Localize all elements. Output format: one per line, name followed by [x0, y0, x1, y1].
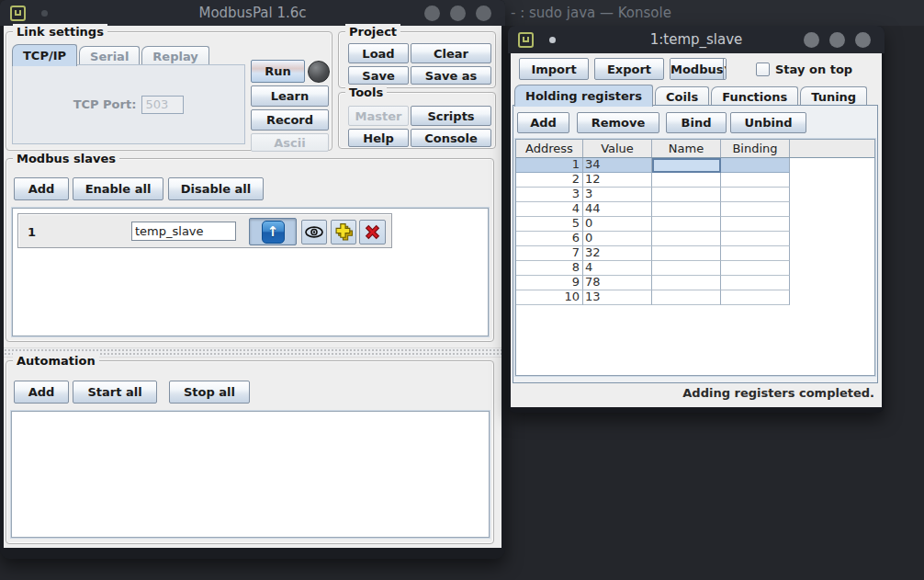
register-cell[interactable]	[721, 188, 790, 202]
column-header[interactable]: Name	[652, 140, 721, 157]
register-cell[interactable]: 7	[516, 246, 583, 261]
register-cell[interactable]: 1	[516, 158, 583, 173]
record-button[interactable]: Record	[251, 109, 329, 131]
learn-button[interactable]: Learn	[251, 85, 329, 107]
add-slave-button[interactable]: Add	[14, 177, 69, 200]
register-row[interactable]: 134	[516, 158, 874, 173]
register-cell[interactable]: 10	[516, 290, 583, 305]
register-cell[interactable]	[652, 158, 721, 173]
konsole-titlebar[interactable]: - : sudo java — Konsole	[496, 0, 924, 26]
register-cell[interactable]: 0	[583, 232, 652, 246]
tab-tcpip[interactable]: TCP/IP	[12, 44, 77, 66]
register-cell[interactable]	[652, 217, 721, 232]
load-button[interactable]: Load	[348, 43, 409, 63]
register-cell[interactable]: 4	[516, 202, 583, 217]
remove-register-button[interactable]: Remove	[577, 112, 659, 133]
register-cell[interactable]	[652, 246, 721, 261]
console-button[interactable]: Console	[411, 129, 491, 147]
register-cell[interactable]: 44	[583, 202, 652, 217]
register-row[interactable]: 33	[516, 188, 874, 202]
register-cell[interactable]	[652, 276, 721, 290]
enable-all-button[interactable]: Enable all	[73, 177, 163, 200]
export-button[interactable]: Export	[594, 58, 664, 80]
tab-tuning[interactable]: Tuning	[800, 86, 867, 106]
register-cell[interactable]	[652, 188, 721, 202]
register-cell[interactable]: 4	[583, 261, 652, 276]
unbind-button[interactable]: Unbind	[730, 112, 806, 133]
add-register-button[interactable]: Add	[517, 112, 569, 133]
register-cell[interactable]	[652, 261, 721, 276]
register-cell[interactable]	[721, 173, 790, 188]
column-header[interactable]: Binding	[721, 140, 790, 157]
column-header[interactable]: Value	[583, 140, 652, 157]
register-cell[interactable]: 2	[516, 173, 583, 188]
register-cell[interactable]: 3	[516, 188, 583, 202]
clear-button[interactable]: Clear	[411, 43, 491, 63]
window-maximize-icon[interactable]	[450, 6, 466, 21]
tab-replay[interactable]: Replay	[141, 46, 208, 65]
window-close-icon[interactable]	[855, 32, 871, 48]
register-cell[interactable]: 13	[583, 290, 652, 305]
register-row[interactable]: 212	[516, 173, 874, 188]
save-button[interactable]: Save	[348, 66, 409, 85]
tab-serial[interactable]: Serial	[79, 46, 140, 65]
tcp-port-input[interactable]	[141, 96, 184, 114]
register-cell[interactable]	[721, 246, 790, 261]
register-cell[interactable]	[652, 173, 721, 188]
save-as-button[interactable]: Save as	[411, 66, 491, 85]
stop-all-button[interactable]: Stop all	[169, 381, 250, 404]
disable-all-button[interactable]: Disable all	[168, 177, 264, 200]
window-minimize-icon[interactable]	[424, 6, 440, 21]
scripts-button[interactable]: Scripts	[411, 106, 491, 126]
register-cell[interactable]	[721, 232, 790, 246]
show-slave-button[interactable]	[301, 220, 327, 245]
register-cell[interactable]	[721, 290, 790, 305]
window-close-icon[interactable]	[476, 6, 491, 21]
help-button[interactable]: Help	[348, 129, 409, 147]
register-cell[interactable]: 34	[583, 158, 652, 173]
slave-row[interactable]: 1 ↑	[17, 213, 392, 248]
register-cell[interactable]: 3	[583, 188, 652, 202]
tab-holding-registers[interactable]: Holding registers	[514, 85, 653, 107]
registers-scrollpane[interactable]: Address Value Name Binding 1342123344450…	[515, 139, 875, 376]
window-maximize-icon[interactable]	[829, 32, 845, 48]
register-cell[interactable]	[721, 217, 790, 232]
temp-slave-titlebar[interactable]: 1:temp_slave	[508, 26, 885, 53]
register-row[interactable]: 84	[516, 261, 874, 276]
column-header[interactable]: Address	[516, 140, 583, 157]
tab-coils[interactable]: Coils	[655, 86, 709, 106]
add-automation-button[interactable]: Add	[14, 381, 69, 404]
chevron-down-icon[interactable]: ▼	[723, 59, 727, 79]
stay-on-top-checkbox[interactable]	[756, 63, 770, 76]
register-cell[interactable]: 12	[583, 173, 652, 188]
slave-enable-toggle[interactable]: ↑	[249, 218, 297, 245]
slave-name-input[interactable]	[131, 222, 236, 241]
register-cell[interactable]: 0	[583, 217, 652, 232]
duplicate-slave-button[interactable]	[331, 220, 356, 245]
import-button[interactable]: Import	[519, 58, 589, 80]
register-cell[interactable]	[652, 290, 721, 305]
remove-slave-button[interactable]	[359, 220, 386, 245]
register-row[interactable]: 60	[516, 232, 874, 246]
window-minimize-icon[interactable]	[804, 32, 819, 48]
register-cell[interactable]: 6	[516, 232, 583, 246]
modbuspal-titlebar[interactable]: ModbusPal 1.6c	[0, 0, 505, 26]
register-cell[interactable]	[652, 232, 721, 246]
register-cell[interactable]: 5	[516, 217, 583, 232]
register-row[interactable]: 1013	[516, 290, 874, 305]
register-row[interactable]: 50	[516, 217, 874, 232]
bind-button[interactable]: Bind	[666, 112, 727, 133]
register-row[interactable]: 732	[516, 246, 874, 261]
link-type-combobox[interactable]: Modbus ▼	[670, 58, 727, 80]
register-cell[interactable]: 32	[583, 246, 652, 261]
register-row[interactable]: 978	[516, 276, 874, 290]
run-button[interactable]: Run	[251, 60, 305, 83]
register-cell[interactable]: 9	[516, 276, 583, 290]
register-cell[interactable]: 78	[583, 276, 652, 290]
register-cell[interactable]	[721, 202, 790, 217]
register-cell[interactable]: 8	[516, 261, 583, 276]
register-cell[interactable]	[721, 261, 790, 276]
register-cell[interactable]	[721, 276, 790, 290]
start-all-button[interactable]: Start all	[73, 381, 157, 404]
tab-functions[interactable]: Functions	[711, 86, 798, 106]
